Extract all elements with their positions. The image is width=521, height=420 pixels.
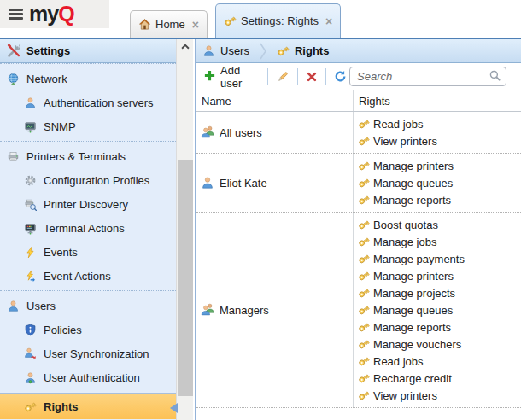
sidebar-item-label: Event Actions [44,270,111,283]
sidebar-item-label: SNMP [44,120,76,133]
right-label: Manage reports [373,194,451,207]
tab-label: Settings: Rights [241,15,319,27]
right-label: Manage payments [373,253,465,265]
group-icon [201,303,214,317]
table-row-all-users[interactable]: All usersRead jobsView printers [196,112,521,154]
key-icon [277,44,290,57]
key-icon [358,194,370,206]
refresh-button[interactable] [331,68,349,85]
right-label: Manage projects [373,287,455,300]
edit-button[interactable] [273,68,292,85]
add-user-button[interactable]: Add user [201,62,262,91]
sidebar-collapse-arrow-icon[interactable] [170,403,178,413]
sidebar-item-authentication-servers[interactable]: Authentication servers [0,90,176,114]
search-box [349,67,506,86]
sidebar-item-event-actions[interactable]: Event Actions [0,264,176,288]
lightning-arrow-icon [24,270,37,283]
search-icon[interactable] [489,69,501,85]
scrollbar-up-button[interactable] [177,39,193,55]
tab-label: Home [155,18,185,31]
table-row-eliot-kate[interactable]: Eliot KateManage printersManage queuesMa… [196,154,521,213]
table-row-managers[interactable]: ManagersBoost quotasManage jobsManage pa… [196,213,521,408]
rights-content-panel: UsersRights Add user [195,39,521,420]
right-label: Manage queues [373,177,453,190]
column-header-name-label: Name [202,95,231,108]
right-label: Boost quotas [373,219,438,231]
toolbar-separator [297,68,298,85]
sidebar-header-label: Settings [26,44,70,57]
delete-button[interactable] [303,69,320,85]
column-header-rights[interactable]: Rights [354,90,521,111]
sidebar-item-policies[interactable]: Policies [0,318,176,341]
person-icon [202,44,215,57]
right-manage-printers: Manage printers [358,157,521,174]
tab-close-icon[interactable]: × [325,15,332,27]
sidebar-section: UsersPoliciesUser SynchronizationUser Au… [0,291,176,419]
right-label: Read jobs [373,355,424,368]
sidebar-item-printer-discovery[interactable]: Printer Discovery [0,192,176,216]
right-label: Manage queues [373,304,453,317]
person-icon [24,96,37,109]
sidebar-item-label: Printers & Terminals [26,150,126,163]
lightning-icon [24,246,37,259]
table-body: All usersRead jobsView printersEliot Kat… [196,112,521,408]
tab-close-icon[interactable]: × [192,19,199,31]
sidebar-item-printers-terminals: Printers & Terminals [0,144,176,168]
right-manage-vouchers: Manage vouchers [358,335,521,353]
sidebar-scrollbar[interactable] [176,39,193,420]
group-icon [201,125,214,139]
right-manage-queues: Manage queues [358,301,521,318]
plus-icon [203,69,216,82]
right-label: View printers [373,135,437,148]
column-header-name[interactable]: Name [196,90,354,111]
scroll-up-icon[interactable] [179,41,191,53]
breadcrumb-item-users[interactable]: Users [202,44,249,57]
key-icon [358,118,370,130]
right-manage-reports: Manage reports [358,318,521,335]
pencil-icon [276,70,290,84]
right-label: Manage printers [373,160,454,172]
sidebar-item-label: Events [44,246,78,259]
sidebar-item-user-authentication[interactable]: User Authentication [0,365,176,389]
right-boost-quotas: Boost quotas [358,216,521,233]
main-area: Settings NetworkAuthentication serversSN… [0,39,521,420]
tab-settings-rights[interactable]: Settings: Rights× [215,3,341,38]
user-name-label: Managers [220,304,269,317]
sidebar-item-label: Policies [44,324,82,336]
user-name-label: All users [220,126,262,139]
add-user-label: Add user [220,64,260,90]
sidebar-header: Settings [0,39,193,63]
key-icon [358,355,370,367]
right-read-jobs: Read jobs [358,115,521,132]
sidebar-item-label: Rights [44,400,78,413]
name-cell: Eliot Kate [196,154,354,212]
right-label: View printers [373,389,437,402]
right-manage-jobs: Manage jobs [358,233,521,250]
name-cell: Managers [196,213,354,407]
breadcrumb-item-rights[interactable]: Rights [277,44,329,57]
top-bar: myQ Home×Settings: Rights× [0,0,521,39]
scrollbar-thumb[interactable] [178,160,193,396]
key-icon [358,287,370,299]
search-input[interactable] [349,67,506,86]
sidebar-item-configuration-profiles[interactable]: Configuration Profiles [0,168,176,192]
rights-cell: Boost quotasManage jobsManage paymentsMa… [354,213,521,407]
person-auth-icon [24,371,37,384]
sidebar-section: NetworkAuthentication serversSNMP [0,63,176,142]
sidebar-item-terminal-actions[interactable]: Terminal Actions [0,216,176,240]
tab-home[interactable]: Home× [130,10,208,38]
right-manage-queues: Manage queues [358,174,521,191]
refresh-icon [334,70,347,83]
right-view-printers: View printers [358,387,521,404]
key-icon [358,338,370,350]
sidebar-item-rights[interactable]: Rights [0,393,176,419]
sidebar-item-user-synchronization[interactable]: User Synchronization [0,341,176,365]
right-manage-printers: Manage printers [358,267,521,284]
rights-table: Name Rights All usersRead jobsView print… [196,90,521,420]
sidebar-item-snmp[interactable]: SNMP [0,114,176,138]
right-manage-reports: Manage reports [358,191,521,208]
sidebar-item-network: Network [0,67,176,90]
user-name-label: Eliot Kate [220,177,267,190]
right-label: Manage printers [373,270,454,283]
sidebar-item-events[interactable]: Events [0,240,176,264]
